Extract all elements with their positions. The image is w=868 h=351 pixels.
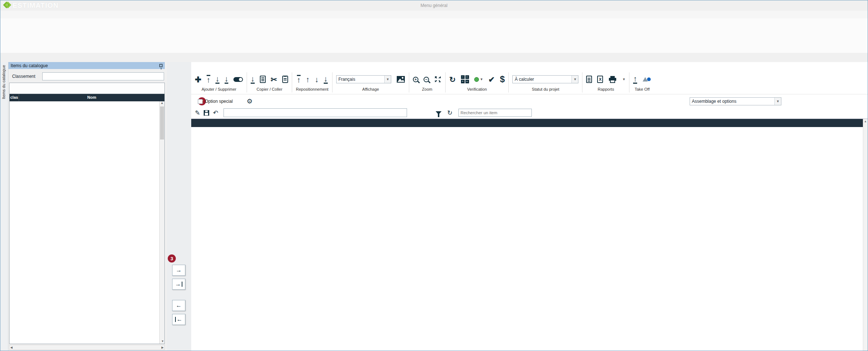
chevron-down-icon[interactable]: ▼ [571, 76, 578, 83]
cut-icon[interactable]: ✂ [271, 76, 277, 83]
classement-label: Classement [12, 74, 35, 79]
language-select[interactable]: Français▼ [336, 75, 391, 83]
undo-icon[interactable]: ↶ [213, 109, 218, 117]
catalog-panel-header: Items du catalogue [8, 62, 165, 69]
estimation-grid-header [191, 119, 868, 127]
catalog-horizontal-scrollbar[interactable]: ◀▶ [9, 345, 165, 350]
quick-edit-input[interactable] [224, 108, 407, 117]
printer-icon[interactable] [608, 76, 617, 83]
group-ajouter-supprimer: ✚ ↑ ↓ ↓ Ajouter / Supprimer [191, 71, 247, 94]
arrow-right-bar-icon: → [175, 281, 181, 287]
paste-icon[interactable] [282, 76, 288, 83]
insert-above-button[interactable]: ↑ [207, 75, 211, 84]
move-down-button[interactable]: ↓ [315, 76, 319, 83]
pin-icon[interactable] [159, 64, 163, 67]
report-document-icon[interactable] [586, 76, 592, 83]
chevron-down-icon[interactable]: ▼ [774, 98, 781, 105]
dollar-icon[interactable]: $ [500, 75, 505, 84]
collapsed-panel-strip[interactable]: Items du catalogue [0, 62, 8, 351]
main-toolbar [0, 18, 868, 53]
side-strip-label: Items du catalogue [1, 65, 6, 99]
chevron-down-icon[interactable]: ▼ [480, 77, 483, 81]
group-takeoff: ↑ Take Off [629, 71, 655, 94]
zoom-out-icon[interactable]: − [424, 77, 429, 82]
chevron-down-icon[interactable]: ▼ [384, 76, 391, 83]
group-label: Affichage [362, 87, 379, 91]
project-status-select[interactable]: À calculer▼ [512, 75, 578, 83]
group-statut-projet: À calculer▼ Statut du projet [509, 71, 582, 94]
group-label: Zoom [422, 87, 432, 91]
group-copier-coller: ↓ ✂ Copier / Coller [247, 71, 292, 94]
group-label: Ajouter / Supprimer [201, 87, 236, 91]
catalog-panel: Items du catalogue Classement clas Nom ▲… [8, 62, 167, 351]
arrow-left-bar-icon: ← [177, 316, 182, 323]
grid-vertical-scrollbar[interactable]: ▲ [863, 119, 868, 351]
group-rapports: X ▼ Rapports [582, 71, 629, 94]
excel-export-icon[interactable]: X [597, 76, 603, 83]
catalog-grid: clas Nom ▲▼ [9, 94, 165, 344]
image-icon[interactable] [396, 76, 405, 83]
search-bar: ✎ ↶ ↻ [191, 107, 868, 119]
group-affichage: Français▼ Affichage [333, 71, 409, 94]
move-top-button[interactable]: ↑ [297, 75, 301, 84]
classement-row: Classement [8, 72, 165, 81]
delete-row-button[interactable]: ↓ [215, 75, 219, 84]
arrow-left-icon: ← [176, 302, 182, 309]
assemblage-select[interactable]: Assemblage et options▼ [690, 97, 781, 105]
mode-bar: Option special ⚙ Assemblage et options▼ [191, 96, 868, 107]
title-bar: ESTIMATION Menu général [0, 0, 868, 11]
document-tabs [0, 53, 868, 62]
calculator-grid-icon[interactable]: −=+× [461, 75, 469, 83]
step-badge-3: 3 [168, 254, 176, 263]
catalog-col-clas[interactable]: clas [10, 94, 19, 101]
group-verification: ↻ −=+× ▼ ✔ $ Verification [446, 71, 509, 94]
takeoff-brand-icon[interactable] [642, 76, 651, 82]
estimation-main: ✚ ↑ ↓ ↓ Ajouter / Supprimer ↓ ✂ [191, 62, 868, 351]
group-label: Repositionnement [296, 87, 328, 91]
option-special-label: Option special [205, 99, 233, 104]
recalculate-icon[interactable]: ↻ [449, 76, 456, 83]
catalog-col-nom[interactable]: Nom [19, 94, 164, 101]
option-special-checkbox[interactable] [198, 99, 203, 104]
scrollbar-thumb[interactable] [160, 106, 164, 140]
catalog-vertical-scrollbar[interactable]: ▲▼ [159, 101, 164, 344]
fullscreen-icon[interactable] [434, 76, 442, 83]
chevron-down-icon[interactable]: ▼ [622, 77, 625, 81]
delete-all-button[interactable]: ↓ [225, 75, 229, 84]
group-label: Copier / Coller [257, 87, 282, 91]
transfer-gutter: 3 → → ← ← [167, 62, 191, 351]
group-label: Verification [467, 87, 487, 91]
import-button[interactable]: ↓ [251, 75, 255, 84]
catalog-grid-header: clas Nom [10, 94, 164, 101]
classement-input[interactable] [42, 72, 164, 80]
save-icon[interactable] [204, 110, 209, 116]
validate-check-icon[interactable]: ✔ [488, 76, 495, 83]
gear-icon[interactable]: ⚙ [247, 97, 253, 105]
arrow-right-icon: → [176, 267, 182, 274]
group-label: Statut du projet [532, 87, 559, 91]
catalog-list [10, 101, 159, 344]
filter-funnel-icon[interactable] [436, 111, 442, 115]
move-left-end-button[interactable]: ← [172, 314, 185, 325]
toggle-switch[interactable] [233, 77, 243, 82]
status-dot-icon[interactable] [474, 77, 479, 82]
workspace: Items du catalogue Items du catalogue Cl… [0, 62, 868, 351]
refresh-icon[interactable]: ↻ [447, 109, 453, 117]
estimation-grid: ▲ [191, 119, 868, 351]
takeoff-upload-icon[interactable]: ↑ [633, 75, 637, 84]
edit-pencil-icon[interactable]: ✎ [195, 109, 200, 117]
move-right-end-button[interactable]: → [172, 279, 185, 290]
add-row-button[interactable]: ✚ [195, 76, 201, 83]
move-right-button[interactable]: → [172, 265, 185, 276]
search-item-input[interactable] [458, 109, 532, 117]
group-zoom: + − Zoom [409, 71, 445, 94]
ribbon: ✚ ↑ ↓ ↓ Ajouter / Supprimer ↓ ✂ [191, 71, 868, 94]
app-window: ESTIMATION Menu général Items du catalog… [0, 0, 868, 351]
zoom-in-icon[interactable]: + [413, 77, 418, 82]
menu-bar [0, 11, 868, 18]
move-bottom-button[interactable]: ↓ [324, 75, 328, 84]
window-caption: Menu général [0, 3, 868, 8]
move-left-button[interactable]: ← [172, 300, 185, 311]
move-up-button[interactable]: ↑ [306, 76, 310, 83]
copy-icon[interactable] [260, 76, 266, 83]
